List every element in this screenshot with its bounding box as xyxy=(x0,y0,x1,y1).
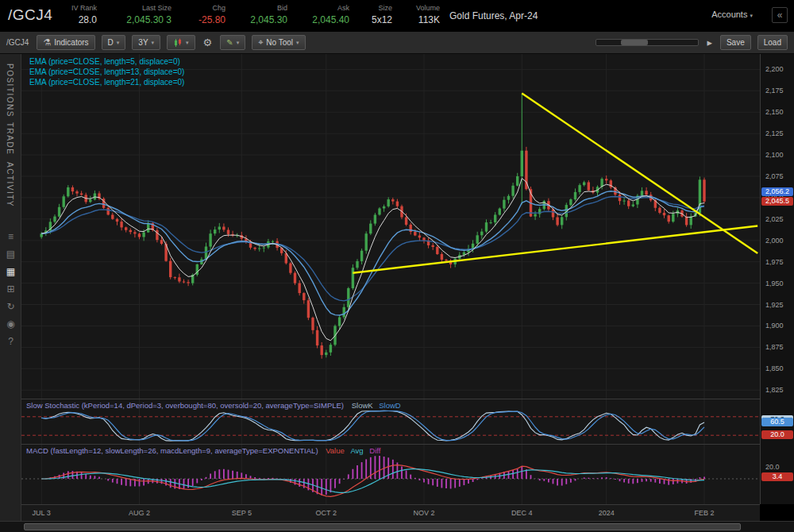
flask-icon: ⚗ xyxy=(43,37,51,48)
price-tick-label: 2,100 xyxy=(765,151,784,159)
symbol-title: /GCJ4 xyxy=(8,6,52,24)
ema21-label: EMA (price=CLOSE, length=21, displace=0) xyxy=(29,78,184,87)
price-tick-label: 1,825 xyxy=(765,386,784,394)
sidebar-tab-activity[interactable]: ACTIVITY xyxy=(6,162,14,207)
price-axis[interactable]: 2,056.2 2,045.5 70.3 60.5 20.0 20.0 0.0 … xyxy=(760,54,794,504)
time-axis[interactable]: JUL 3AUG 2SEP 5OCT 2NOV 2DEC 42024FEB 2 xyxy=(21,504,760,521)
range-dropdown[interactable]: 3Y ▾ xyxy=(132,35,160,50)
stochastic-study-label: Slow Stochastic (kPeriod=14, dPeriod=3, … xyxy=(26,401,401,410)
time-tick-label: OCT 2 xyxy=(316,509,337,517)
drawing-set-dropdown[interactable]: ✎ ▾ xyxy=(220,35,245,50)
left-sidebar: POSITIONS TRADE ACTIVITY ≡▤▦⊞↻◉? xyxy=(0,54,21,521)
chevron-down-icon: ▾ xyxy=(117,40,120,46)
pan-right-button[interactable]: ▸ xyxy=(705,37,714,48)
time-tick-label: JUL 3 xyxy=(33,509,51,517)
horizontal-scrollbar[interactable] xyxy=(0,521,794,532)
price-tick-label: 1,975 xyxy=(765,258,784,266)
timeframe-dropdown[interactable]: D ▾ xyxy=(102,35,126,50)
chart-settings-button[interactable]: ⚙ xyxy=(202,37,214,48)
chevron-down-icon: ▾ xyxy=(152,40,155,46)
macd-panel[interactable]: MACD (fastLength=12, slowLength=26, macd… xyxy=(21,444,760,504)
instrument-description: Gold Futures, Apr-24 xyxy=(449,10,538,21)
slowd-value-tag: 60.5 xyxy=(761,418,793,426)
save-button[interactable]: Save xyxy=(720,35,751,50)
active-tool-dropdown[interactable]: ⌖ No Tool ▾ xyxy=(252,35,305,50)
chevron-down-icon: ▾ xyxy=(186,40,189,46)
chart-style-dropdown[interactable]: ▾ xyxy=(167,35,195,50)
field-bid: Bid 2,045.30 xyxy=(238,4,287,25)
last-price-tag: 2,045.5 xyxy=(761,197,793,206)
price-tick-label: 1,850 xyxy=(765,364,784,372)
macd-axis-20: 20.0 xyxy=(765,463,780,471)
indicators-button[interactable]: ⚗ Indicators xyxy=(37,35,94,50)
quote-header: /GCJ4 IV Rank 28.0 Last Size 2,045.30 3 … xyxy=(0,0,794,32)
field-ask: Ask 2,045.40 xyxy=(300,4,349,25)
price-tick-label: 2,200 xyxy=(765,65,784,73)
collapse-panel-button[interactable]: « xyxy=(772,7,788,23)
price-tick-label: 1,875 xyxy=(765,343,784,351)
chevron-down-icon: ▾ xyxy=(237,40,240,46)
price-tick-label: 2,000 xyxy=(765,237,784,245)
help-icon[interactable]: ? xyxy=(8,337,13,346)
list-icon[interactable]: ▤ xyxy=(6,249,15,259)
oversold-tag: 20.0 xyxy=(761,430,793,439)
macd-value-tag: 3.4 xyxy=(761,472,793,481)
zoom-scrollbar-thumb[interactable] xyxy=(621,40,648,45)
slow-stochastic-panel[interactable]: Slow Stochastic (kPeriod=14, dPeriod=3, … xyxy=(21,399,760,444)
price-tick-label: 2,025 xyxy=(765,215,784,223)
accounts-menu[interactable]: Accounts ▾ xyxy=(711,10,753,19)
time-tick-label: DEC 4 xyxy=(511,509,533,517)
users-icon[interactable]: ◉ xyxy=(6,319,14,329)
macd-study-label: MACD (fastLength=12, slowLength=26, macd… xyxy=(26,446,380,455)
field-size: Size 5x12 xyxy=(362,4,392,25)
chevron-down-icon: ▾ xyxy=(750,13,753,18)
trading-platform-window: /GCJ4 IV Rank 28.0 Last Size 2,045.30 3 … xyxy=(0,0,794,532)
ema13-label: EMA (price=CLOSE, length=13, displace=0) xyxy=(29,67,184,76)
gear-icon: ⚙ xyxy=(203,37,213,48)
main-price-chart[interactable]: EMA (price=CLOSE, length=5, displace=0) … xyxy=(21,54,760,399)
sidebar-tab-positions[interactable]: POSITIONS xyxy=(6,64,14,118)
time-tick-label: 2024 xyxy=(599,509,615,517)
pencil-icon: ✎ xyxy=(226,38,233,47)
dashboard-icon[interactable]: ⊞ xyxy=(6,284,14,294)
ema-price-tag: 2,056.2 xyxy=(761,187,793,196)
refresh-icon[interactable]: ↻ xyxy=(6,302,14,311)
price-chart-canvas[interactable] xyxy=(21,54,760,399)
price-tick-label: 2,175 xyxy=(765,87,784,94)
chart-grid-icon[interactable]: ▦ xyxy=(6,267,15,276)
toolbar-symbol: /GCJ4 xyxy=(6,38,29,47)
price-tick-label: 1,900 xyxy=(765,322,784,330)
field-iv-rank: IV Rank 28.0 xyxy=(62,4,97,25)
watchlist-icon[interactable]: ≡ xyxy=(8,232,13,241)
price-tick-label: 2,075 xyxy=(765,172,784,180)
chevron-down-icon: ▾ xyxy=(296,40,299,46)
field-volume: Volume 113K xyxy=(405,4,440,25)
price-tick-label: 2,125 xyxy=(765,129,784,137)
field-last-size: Last Size 2,045.30 3 xyxy=(110,4,172,25)
sidebar-icons: ≡▤▦⊞↻◉? xyxy=(0,232,21,346)
quote-fields: IV Rank 28.0 Last Size 2,045.30 3 Chg -2… xyxy=(62,4,440,25)
candlestick-icon xyxy=(173,38,183,48)
field-change: Chg -25.80 xyxy=(184,4,225,25)
price-tick-label: 1,925 xyxy=(765,301,784,309)
sidebar-tab-trade[interactable]: TRADE xyxy=(6,122,14,155)
price-tick-label: 2,150 xyxy=(765,108,784,116)
crosshair-icon: ⌖ xyxy=(258,37,263,48)
time-tick-label: NOV 2 xyxy=(414,509,435,517)
scrollbar-thumb[interactable] xyxy=(24,523,741,530)
chart-toolbar: /GCJ4 ⚗ Indicators D ▾ 3Y ▾ ▾ ⚙ xyxy=(0,32,794,54)
time-tick-label: SEP 5 xyxy=(232,509,252,517)
time-tick-label: FEB 2 xyxy=(694,509,714,517)
time-tick-label: AUG 2 xyxy=(129,509,150,517)
zoom-scrollbar[interactable] xyxy=(596,39,699,46)
price-tick-label: 1,950 xyxy=(765,279,784,287)
ema5-label: EMA (price=CLOSE, length=5, displace=0) xyxy=(29,57,180,66)
load-button[interactable]: Load xyxy=(757,35,788,50)
